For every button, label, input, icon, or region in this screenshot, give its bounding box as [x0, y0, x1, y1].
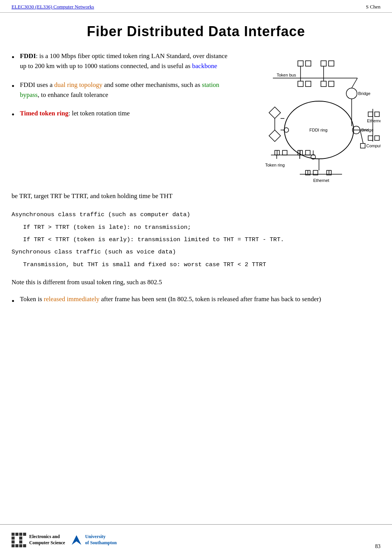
timed-token-ring-highlight: Timed token ring	[20, 110, 68, 117]
bullet-list: • FDDI: is a 100 Mbps fiber optic timed …	[12, 51, 231, 121]
list-item: • FDDI uses a dual ring topology and som…	[12, 80, 231, 100]
svg-point-13	[346, 88, 357, 99]
bullet-text-dual: FDDI uses a dual ring topology and some …	[20, 80, 231, 100]
sync-header: Synchronous class traffic (such as voice…	[12, 248, 176, 255]
svg-rect-44	[360, 143, 365, 148]
dual-ring-highlight: dual ring topology	[54, 81, 103, 88]
bullet-text-fddi: FDDI: is a 100 Mbps fiber optic timed to…	[20, 51, 231, 72]
svg-rect-40	[375, 112, 379, 117]
sync-line1-block: Transmission, but THT is small and fixed…	[23, 260, 392, 270]
svg-marker-16	[269, 107, 281, 118]
page-number: 83	[375, 543, 380, 550]
fddi-ring-label: FDDI ring	[309, 128, 327, 132]
last-bullet-item: • Token is released immediately after fr…	[0, 294, 392, 308]
sync-header-block: Synchronous class traffic (such as voice…	[12, 247, 392, 257]
computer-label: Computer	[366, 143, 380, 148]
released-immediately-highlight: released immediately	[44, 295, 100, 303]
svg-rect-39	[368, 112, 373, 117]
list-item: • FDDI: is a 100 Mbps fiber optic timed …	[12, 51, 231, 72]
list-item: • Timed token ring: let token rotation t…	[12, 108, 231, 121]
svg-rect-7	[298, 81, 303, 87]
ttr-line1: be TRT, target TRT be TTRT, and token ho…	[12, 191, 380, 201]
footer-logos: Electronics andComputer Science Universi…	[12, 533, 117, 547]
svg-rect-9	[321, 81, 326, 87]
middle-text: and some other mechanisms, such as	[103, 81, 202, 88]
svg-rect-42	[375, 136, 379, 140]
soton-name: of Southampton	[85, 540, 116, 545]
page-footer: Electronics andComputer Science Universi…	[0, 524, 392, 555]
svg-rect-25	[306, 150, 310, 155]
fddi-diagram-svg: Token bus Bridge FDDI ring	[238, 55, 380, 186]
svg-rect-0	[298, 61, 303, 66]
svg-line-14	[352, 78, 357, 88]
bullet-dot: •	[12, 109, 15, 121]
async-header-block: Asynchronous class traffic (such as comp…	[12, 210, 392, 220]
ecs-logo: Electronics andComputer Science	[12, 533, 65, 547]
token-bus-label: Token bus	[277, 73, 296, 77]
fddi-backbone-link: backbone	[192, 62, 217, 70]
soton-logo: University of Southampton	[70, 534, 116, 546]
async-line2: If TRT < TTRT (token is early): transmis…	[23, 236, 284, 243]
ethernet-label: Ethernet	[367, 118, 380, 123]
svg-rect-2	[321, 61, 326, 66]
fddi-uses-text: FDDI uses a	[20, 81, 54, 88]
svg-marker-17	[269, 130, 281, 142]
note-line: Note this is different from usual token …	[0, 277, 392, 287]
soton-arrow-icon	[70, 534, 83, 546]
ecs-grid-icon	[12, 533, 26, 547]
last-bullet-pre: Token is	[20, 295, 44, 303]
svg-rect-3	[329, 61, 334, 66]
course-title: ELEC3030 (EL336) Computer Networks	[12, 4, 94, 10]
svg-rect-10	[329, 81, 334, 87]
soton-text: University of Southampton	[85, 534, 116, 546]
svg-marker-53	[72, 535, 81, 545]
soton-university: University	[85, 534, 105, 539]
svg-rect-1	[306, 61, 311, 66]
ethernet-bottom-label: Ethernet	[313, 178, 329, 183]
async-line1-block: If TRT > TTRT (token is late): no transm…	[23, 222, 392, 232]
main-content: • FDDI: is a 100 Mbps fiber optic timed …	[0, 47, 392, 191]
async-line2-block: If TRT < TTRT (token is early): transmis…	[23, 235, 392, 245]
token-ring-label: Token ring	[265, 163, 285, 167]
svg-rect-23	[282, 150, 287, 155]
bullet-dot: •	[12, 52, 15, 63]
title-area: Fiber Distributed Data Interface	[0, 13, 392, 47]
last-bullet-post: after frame has been sent (In 802.5, tok…	[100, 295, 321, 303]
sync-line1: Transmission, but THT is small and fixed…	[23, 261, 266, 268]
bullet-text-timed: Timed token ring: let token rotation tim…	[20, 108, 231, 118]
async-header: Asynchronous class traffic (such as comp…	[12, 211, 190, 218]
fddi-diagram: Token bus Bridge FDDI ring	[238, 51, 380, 187]
page-header: ELEC3030 (EL336) Computer Networks S Che…	[0, 0, 392, 13]
timed-token-colon: : let token rotation time	[68, 110, 130, 117]
bullet-dot: •	[12, 80, 15, 92]
author-name: S Chen	[366, 4, 380, 10]
svg-rect-41	[368, 136, 373, 140]
end-text: , to enhance fault tolerance	[38, 91, 108, 98]
page-title: Fiber Distributed Data Interface	[15, 23, 377, 40]
async-line1: If TRT > TTRT (token is late): no transm…	[23, 224, 191, 231]
svg-rect-8	[306, 81, 311, 87]
last-bullet-text: Token is released immediately after fram…	[20, 294, 380, 304]
bridge-label1: Bridge	[358, 91, 370, 96]
last-bullet-dot: •	[12, 295, 15, 308]
ecs-text: Electronics andComputer Science	[29, 534, 65, 546]
ttr-continuation: be TRT, target TRT be TTRT, and token ho…	[0, 191, 392, 207]
note-text: Note this is different from usual token …	[12, 278, 162, 286]
left-column: • FDDI: is a 100 Mbps fiber optic timed …	[12, 51, 231, 187]
